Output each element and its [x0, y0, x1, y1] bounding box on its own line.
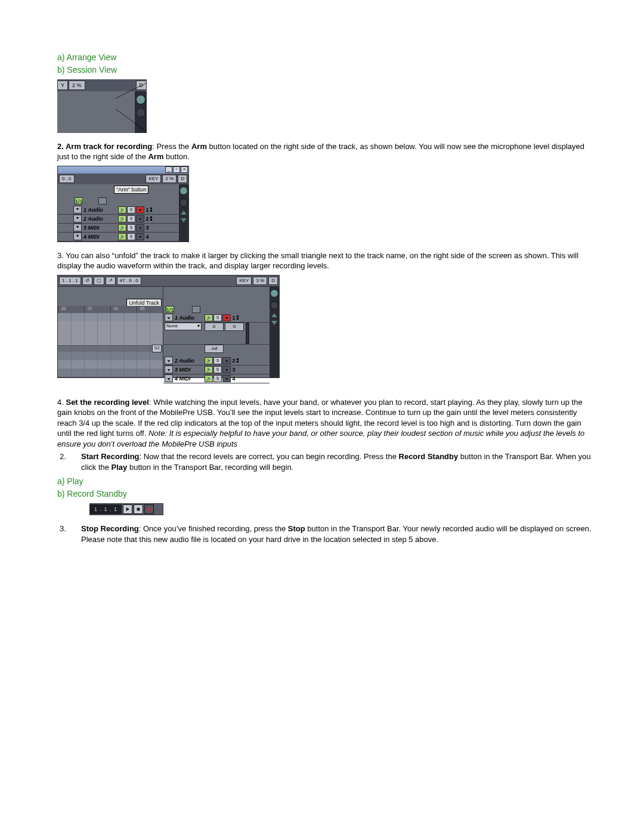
track-name: 4 MIDI — [173, 375, 205, 382]
pan-value[interactable]: 0 — [205, 323, 224, 331]
cpu-pct: 3 % — [253, 277, 267, 285]
track-name: 4 MIDI — [82, 233, 118, 240]
timeline-ruler[interactable]: :33 :37 :41 :45 — [58, 306, 163, 313]
speaker-icon[interactable]: 🔊 — [205, 357, 213, 364]
track-number: 2 — [231, 357, 237, 364]
inf-value: -inf — [205, 345, 224, 353]
solo-button[interactable]: S — [213, 366, 222, 373]
chevron-up-icon[interactable] — [181, 210, 187, 215]
record-standby-button[interactable] — [144, 504, 154, 514]
key-button[interactable]: KEY — [145, 175, 161, 183]
play-button[interactable] — [123, 504, 132, 514]
arm-button[interactable]: ● — [222, 366, 231, 373]
close-icon[interactable]: × — [181, 166, 188, 173]
speaker-icon[interactable]: 🔊 — [118, 224, 126, 231]
solo-button[interactable]: S — [127, 215, 135, 222]
level-meter — [246, 323, 249, 344]
svg-marker-10 — [126, 507, 130, 511]
io-icon — [150, 208, 155, 212]
list-item: Stop Recording: Once you’ve finished rec… — [81, 524, 592, 544]
svg-marker-7 — [168, 360, 171, 362]
input-selector[interactable]: None▾ — [165, 323, 202, 330]
io-icon — [150, 216, 155, 221]
fold-triangle-icon[interactable] — [73, 215, 82, 222]
cpu-pct: 2 % — [162, 175, 177, 183]
transport-position: 1 . 1 . 1 — [90, 504, 122, 514]
meta-1-1[interactable]: 1/1 — [166, 306, 174, 313]
fold-triangle-icon[interactable] — [165, 366, 173, 373]
solo-button[interactable]: S — [213, 314, 222, 321]
chevron-down-icon[interactable] — [271, 321, 277, 325]
solo-button[interactable]: S — [213, 357, 222, 364]
position-field: 1 . 1 . 1 — [59, 277, 81, 285]
d-field: D — [178, 175, 187, 183]
solo-button[interactable]: S — [127, 233, 135, 240]
svg-marker-8 — [168, 369, 171, 371]
fold-triangle-icon[interactable] — [165, 357, 173, 364]
svg-marker-3 — [76, 218, 79, 219]
track-number: 2 — [144, 215, 150, 222]
step-2-text: 2. Arm track for recording: Press the Ar… — [57, 141, 592, 162]
meta-1-1[interactable]: 1/1 — [75, 197, 83, 205]
view-session-icon[interactable] — [270, 301, 278, 309]
track-name: 3 MIDI — [82, 224, 118, 231]
arm-button[interactable]: ● — [222, 357, 231, 364]
stop-button[interactable] — [134, 504, 143, 514]
speaker-icon[interactable]: 🔊 — [205, 314, 213, 321]
arm-button[interactable]: ● — [136, 215, 144, 222]
arm-button[interactable]: ● — [222, 314, 231, 321]
screenshot-transport-bar: 1 . 1 . 1 — [89, 503, 163, 515]
view-label-session: b) Session View — [57, 64, 592, 76]
speaker-icon[interactable]: 🔊 — [118, 215, 126, 222]
screenshot-view-toggle: Y 2 % D — [57, 79, 147, 133]
io-icon — [237, 358, 242, 363]
meta-slot[interactable] — [98, 197, 107, 205]
fold-triangle-icon[interactable] — [73, 206, 82, 213]
minimize-icon[interactable]: _ — [165, 166, 172, 173]
list-item: Start Recording: Now that the record lev… — [81, 451, 592, 472]
meta-slot[interactable] — [192, 306, 200, 313]
loop-icon[interactable]: ↺ — [82, 277, 92, 285]
speaker-icon[interactable]: 🔊 — [118, 206, 126, 213]
step-4-text: 4. Set the recording level: While watchi… — [57, 397, 592, 450]
solo-button[interactable]: S — [127, 224, 135, 231]
arm-button[interactable]: ● — [222, 375, 231, 382]
d-field: D — [268, 277, 278, 285]
chevron-down-icon[interactable] — [181, 218, 187, 222]
track-name: 2 Audio — [82, 215, 118, 222]
svg-marker-5 — [76, 236, 79, 237]
view-arrange-icon[interactable] — [270, 289, 278, 298]
track-name: 2 Audio — [173, 357, 205, 364]
list-number: 3. — [57, 524, 81, 544]
view-session-icon[interactable] — [179, 199, 188, 207]
view-arrange-icon[interactable] — [136, 95, 145, 104]
arm-button[interactable]: ● — [136, 224, 144, 231]
arm-button[interactable]: ● — [136, 233, 144, 240]
key-button[interactable]: KEY — [236, 277, 252, 285]
view-arrange-icon[interactable] — [179, 187, 188, 195]
automation-icon[interactable]: ↗ — [106, 277, 116, 285]
chevron-up-icon[interactable] — [271, 313, 277, 317]
speaker-icon[interactable]: 🔊 — [118, 233, 126, 240]
vol-value[interactable]: 0 — [225, 323, 244, 331]
track-name: 3 MIDI — [173, 366, 205, 373]
track-number: 4 — [231, 375, 237, 382]
fold-triangle-icon[interactable] — [73, 224, 82, 231]
fold-triangle-icon[interactable] — [73, 233, 82, 240]
solo-button[interactable]: S — [127, 206, 135, 213]
fold-triangle-icon[interactable] — [165, 374, 173, 382]
control-label-play: a) Play — [57, 476, 592, 487]
svg-point-12 — [147, 507, 150, 510]
punch-icon[interactable]: ▢ — [94, 277, 104, 285]
unfold-triangle-icon[interactable] — [165, 314, 173, 321]
speaker-icon[interactable]: 🔊 — [205, 366, 213, 373]
track-name: 1 Audio — [82, 206, 118, 213]
view-session-icon[interactable] — [136, 108, 145, 117]
svg-marker-2 — [76, 209, 79, 210]
speaker-icon[interactable]: 🔊 — [205, 375, 213, 382]
view-label-arrange: a) Arrange View — [57, 52, 592, 63]
solo-button[interactable]: S — [213, 375, 222, 382]
arm-button[interactable]: ● — [136, 206, 144, 213]
svg-marker-6 — [168, 317, 171, 319]
maximize-icon[interactable]: ▫ — [173, 166, 180, 173]
